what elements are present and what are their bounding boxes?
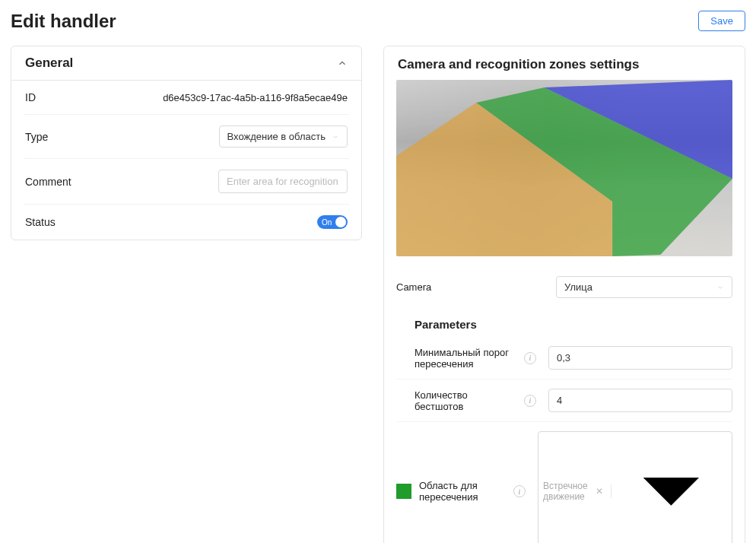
min-threshold-input[interactable] (548, 346, 732, 370)
save-button[interactable]: Save (698, 11, 745, 31)
bestshots-input[interactable] (548, 389, 732, 412)
bestshots-label: Количество бестшотов (415, 389, 515, 412)
parameters-title: Parameters (415, 318, 732, 331)
info-icon[interactable]: i (513, 485, 526, 497)
zone-blue[interactable] (396, 80, 732, 256)
chevron-down-icon (332, 133, 339, 141)
camera-label: Camera (396, 281, 548, 293)
type-select[interactable]: Вхождение в область (219, 125, 348, 148)
status-label: Status (25, 216, 56, 228)
chevron-up-icon (337, 58, 348, 68)
chevron-down-icon (615, 436, 727, 543)
area-label: Область для пересечения (419, 480, 504, 503)
svg-marker-2 (545, 80, 732, 179)
info-icon[interactable]: i (524, 352, 536, 364)
camera-zones-panel: Camera and recognition zones settings Ca… (383, 46, 745, 543)
min-threshold-label: Минимальный порог пересечения (415, 347, 515, 370)
status-on-label: On (322, 218, 332, 227)
camera-select-value: Улица (564, 281, 592, 293)
camera-zones-title: Camera and recognition zones settings (384, 46, 745, 80)
area-color-swatch (396, 484, 411, 499)
area-select[interactable]: Встречное движение ✕ (538, 431, 732, 543)
area-select-value: Встречное движение (543, 481, 588, 502)
general-title: General (25, 56, 73, 71)
info-icon[interactable]: i (524, 395, 536, 407)
comment-input[interactable] (218, 170, 348, 193)
toggle-knob (335, 217, 346, 227)
camera-preview[interactable] (396, 80, 732, 256)
comment-label: Comment (25, 176, 71, 188)
id-value: d6e453c9-17ac-4a5b-a116-9f8a5ecae49e (163, 92, 348, 103)
id-label: ID (25, 91, 36, 103)
page-title: Edit handler (11, 11, 116, 32)
clear-icon[interactable]: ✕ (592, 486, 606, 497)
chevron-down-icon (716, 284, 724, 291)
status-toggle[interactable]: On (317, 215, 348, 229)
camera-select[interactable]: Улица (556, 276, 732, 298)
general-panel-header[interactable]: General (11, 46, 361, 81)
general-panel: General ID d6e453c9-17ac-4a5b-a116-9f8a5… (11, 46, 362, 240)
type-label: Type (25, 131, 48, 143)
divider (611, 484, 611, 498)
type-select-value: Вхождение в область (227, 131, 326, 142)
